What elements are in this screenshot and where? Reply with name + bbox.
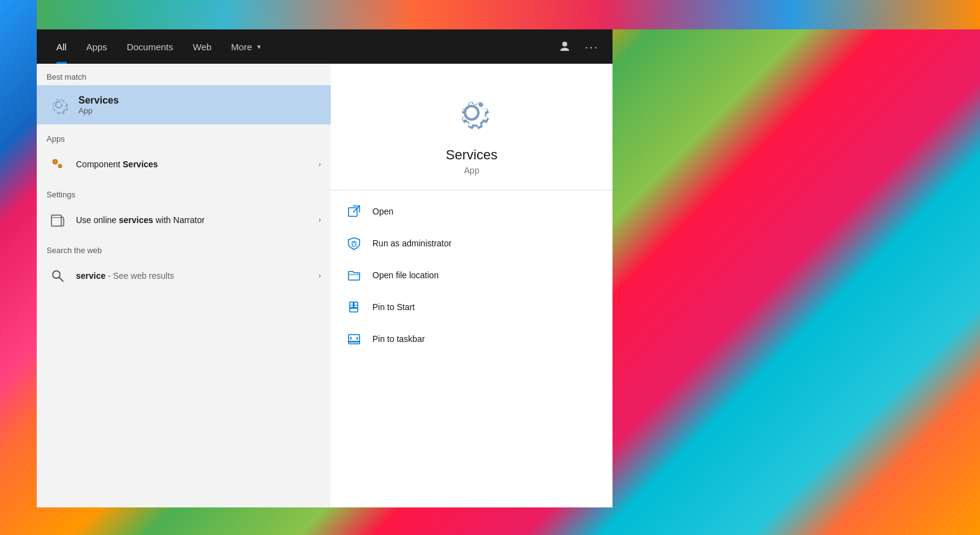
folder-icon-svg — [347, 268, 361, 282]
svg-line-6 — [59, 278, 63, 281]
svg-rect-19 — [349, 341, 360, 344]
narrator-services-text: Use online services with Narrator — [76, 215, 318, 225]
tab-apps[interactable]: Apps — [77, 29, 117, 64]
search-query-text: service - See web results — [76, 271, 318, 281]
open-icon-svg — [347, 205, 361, 218]
chevron-down-icon: ▾ — [257, 43, 261, 51]
best-match-text: Services App — [78, 95, 119, 115]
svg-point-0 — [60, 101, 64, 104]
tab-web[interactable]: Web — [183, 29, 222, 64]
component-services-text: Component Services — [76, 159, 318, 169]
tab-all[interactable]: All — [47, 29, 77, 64]
arrow-icon-2: › — [318, 216, 321, 224]
component-services-gear-icon — [49, 156, 66, 173]
book-icon — [50, 212, 66, 228]
search-icon — [51, 269, 64, 283]
user-icon — [559, 40, 571, 53]
list-item-narrator-services[interactable]: Use online services with Narrator › — [37, 203, 331, 237]
gear-icon — [48, 94, 70, 116]
services-gear-icon-large — [450, 91, 493, 134]
settings-section-label: Settings — [37, 181, 331, 203]
tab-documents[interactable]: Documents — [117, 29, 183, 64]
action-pin-start-label: Pin to Start — [372, 302, 415, 312]
arrow-icon-3: › — [318, 271, 321, 280]
shield-icon — [345, 235, 363, 252]
tab-bar: All Apps Documents Web More ▾ ··· — [37, 29, 612, 64]
action-pin-start[interactable]: Pin to Start — [331, 291, 612, 323]
search-web-icon — [47, 265, 69, 287]
action-open-file-location[interactable]: Open file location — [331, 259, 612, 291]
apps-section-label: Apps — [37, 126, 331, 147]
app-detail: Services App — [331, 64, 612, 191]
services-large-icon — [447, 88, 496, 137]
app-detail-subtitle: App — [464, 165, 480, 175]
svg-rect-3 — [51, 215, 61, 226]
action-file-location-label: Open file location — [372, 270, 439, 280]
open-icon — [345, 203, 363, 220]
user-icon-button[interactable] — [554, 36, 576, 58]
left-panel: Best match S — [37, 64, 331, 507]
pin-start-icon — [345, 298, 363, 316]
pin-start-icon-svg — [347, 300, 361, 314]
top-image-strip — [37, 0, 980, 29]
action-run-admin[interactable]: Run as administrator — [331, 227, 612, 259]
list-item-component-services[interactable]: Component Services › — [37, 147, 331, 181]
shield-icon-svg — [347, 237, 361, 250]
best-match-label: Best match — [37, 64, 331, 85]
search-web-label: Search the web — [37, 237, 331, 259]
arrow-icon: › — [318, 160, 321, 169]
svg-point-11 — [353, 241, 355, 243]
svg-point-5 — [53, 271, 60, 278]
ellipsis-icon: ··· — [585, 40, 599, 54]
tab-more[interactable]: More ▾ — [221, 29, 270, 64]
action-open-label: Open — [372, 207, 393, 216]
list-item-search-service[interactable]: service - See web results › — [37, 259, 331, 293]
folder-icon — [345, 267, 363, 284]
pin-taskbar-icon — [345, 330, 363, 347]
best-match-title: Services — [78, 95, 119, 106]
action-open[interactable]: Open — [331, 195, 612, 227]
right-panel: Services App Open — [331, 64, 612, 507]
narrator-settings-icon — [47, 209, 69, 231]
pin-taskbar-icon-svg — [347, 332, 361, 346]
tab-icons-area: ··· — [554, 36, 603, 58]
svg-line-9 — [353, 206, 360, 212]
more-options-button[interactable]: ··· — [581, 36, 603, 58]
services-icon — [47, 93, 71, 117]
component-services-icon — [47, 153, 69, 175]
app-detail-title: Services — [446, 147, 497, 163]
search-window: All Apps Documents Web More ▾ ··· — [37, 29, 612, 507]
best-match-subtitle: App — [78, 106, 119, 115]
actions-list: Open Run as administrator — [331, 191, 612, 360]
main-content: Best match S — [37, 64, 612, 507]
action-admin-label: Run as administrator — [372, 238, 451, 248]
action-pin-taskbar[interactable]: Pin to taskbar — [331, 323, 612, 355]
action-pin-taskbar-label: Pin to taskbar — [372, 334, 425, 344]
best-match-item-services[interactable]: Services App — [37, 85, 331, 124]
